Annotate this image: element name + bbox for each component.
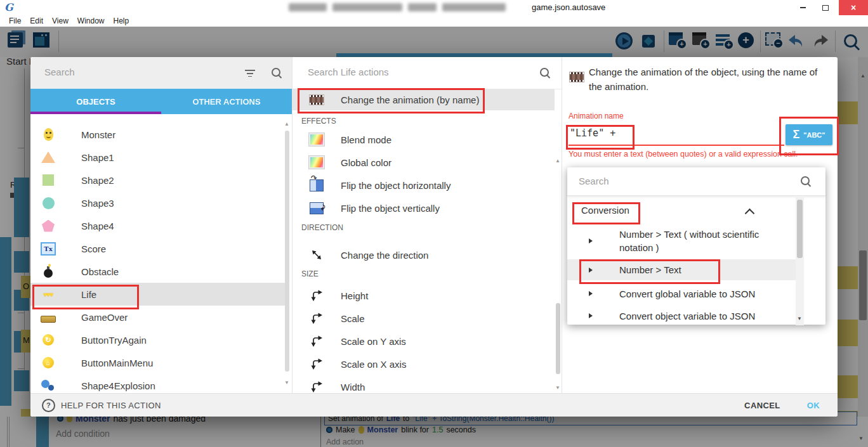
home-button-icon <box>41 357 56 368</box>
menu-file[interactable]: File <box>9 16 21 25</box>
object-label: GameOver <box>81 312 128 323</box>
dropdown-item-number-text[interactable]: Number > Text <box>567 259 796 280</box>
action-description: Change the animation of the object, usin… <box>589 65 825 94</box>
scroll-up-icon[interactable]: ▲ <box>284 122 289 127</box>
scroll-up-icon[interactable]: ▲ <box>555 159 560 164</box>
triangle-right-icon <box>589 291 593 296</box>
list-item-monster[interactable]: Monster <box>30 123 286 146</box>
action-item-scale-y[interactable]: Scale on Y axis <box>293 330 555 353</box>
dropdown-item-number-text-nosci[interactable]: Number > Text ( without scientific notat… <box>567 226 796 256</box>
search-icon[interactable] <box>540 68 549 77</box>
menu-edit[interactable]: Edit <box>30 16 43 25</box>
expression-builder-button[interactable]: Σ "ABC" <box>786 124 832 145</box>
menu-help[interactable]: Help <box>114 16 129 25</box>
search-icon[interactable] <box>801 176 810 185</box>
scroll-down-icon[interactable]: ▼ <box>555 385 560 391</box>
animation-name-field <box>569 122 784 146</box>
scrollbar-thumb[interactable] <box>556 303 560 374</box>
object-label: Obstacle <box>81 266 119 277</box>
list-item-life[interactable]: Life <box>30 283 286 306</box>
item-label: Convert object variable to JSON <box>619 311 755 321</box>
group-label: Conversion <box>581 205 629 216</box>
chevron-up-icon[interactable] <box>745 209 755 219</box>
dropdown-group-conversion[interactable]: Conversion <box>581 205 629 216</box>
title-bar: game.json.autosave × <box>0 0 868 15</box>
text-object-icon <box>41 242 56 256</box>
list-item-obstacle[interactable]: Obstacle <box>30 260 286 283</box>
film-icon <box>570 72 584 82</box>
object-label: Shape1 <box>81 152 114 163</box>
actions-list: Change the animation (by name) EFFECTS B… <box>292 89 562 393</box>
action-item-change-direction[interactable]: Change the direction <box>293 243 555 266</box>
action-item-flip-horizontal[interactable]: Flip the object horizontally <box>293 174 555 197</box>
object-label: Shape4Explosion <box>81 380 155 391</box>
action-label: Scale on Y axis <box>341 336 406 347</box>
objects-search-input[interactable] <box>43 66 204 78</box>
scrollbar-thumb[interactable] <box>797 200 803 258</box>
action-label: Height <box>341 290 368 301</box>
dropdown-search-input[interactable] <box>577 175 770 187</box>
minimize-button[interactable] <box>792 0 813 15</box>
close-button[interactable]: × <box>839 0 868 15</box>
item-label: Convert global variable to JSON <box>619 288 755 299</box>
action-label: Scale <box>341 313 365 324</box>
object-label: Monster <box>81 129 115 140</box>
object-label: Score <box>81 243 106 254</box>
scroll-down-icon[interactable]: ▼ <box>284 380 289 385</box>
list-item-score[interactable]: Score <box>30 237 286 260</box>
validation-error: You must enter a text (between quotes) o… <box>569 150 817 159</box>
resize-icon <box>309 335 324 347</box>
list-item-shape4[interactable]: Shape4 <box>30 214 286 237</box>
search-icon[interactable] <box>272 68 280 77</box>
action-item-width[interactable]: Width <box>293 375 555 393</box>
list-item-buttontryagain[interactable]: ButtonTryAgain <box>30 328 286 351</box>
actions-search-input[interactable] <box>306 66 499 78</box>
tab-other-actions[interactable]: OTHER ACTIONS <box>161 89 292 114</box>
action-detail-panel: Change the animation of the object, usin… <box>562 57 838 393</box>
help-link[interactable]: HELP FOR THIS ACTION <box>42 399 161 412</box>
section-header-direction: DIRECTION <box>301 223 343 232</box>
action-label: Flip the object vertically <box>341 203 440 214</box>
object-label: Shape4 <box>81 221 114 231</box>
list-item-buttonmainmenu[interactable]: ButtonMainMenu <box>30 351 286 374</box>
field-label: Animation name <box>569 112 624 120</box>
scroll-down-icon[interactable]: ▼ <box>797 316 802 321</box>
dropdown-search-bar <box>567 167 825 196</box>
menu-window[interactable]: Window <box>77 16 105 25</box>
list-item-shape2[interactable]: Shape2 <box>30 169 286 191</box>
triangle-right-icon <box>589 238 593 243</box>
maximize-button[interactable] <box>815 0 836 15</box>
object-label: Shape2 <box>81 175 114 186</box>
ok-button[interactable]: OK <box>807 401 820 410</box>
resize-icon <box>309 289 324 302</box>
banner-icon <box>41 312 56 323</box>
dropdown-item-global-json[interactable]: Convert global variable to JSON <box>567 283 796 304</box>
action-item-scale[interactable]: Scale <box>293 307 555 330</box>
dropdown-scrollbar[interactable]: ▼ <box>796 196 804 325</box>
objects-list: Monster Shape1 Shape2 Shape3 Shape4 Scor… <box>30 114 292 393</box>
action-item-height[interactable]: Height <box>293 284 555 307</box>
menu-view[interactable]: View <box>52 16 69 25</box>
film-icon <box>309 95 324 105</box>
minimize-icon <box>800 7 806 8</box>
scrollbar-thumb[interactable] <box>285 131 289 372</box>
list-item-shape4explosion[interactable]: Shape4Explosion <box>30 374 286 393</box>
cancel-button[interactable]: CANCEL <box>744 401 780 410</box>
list-item-shape1[interactable]: Shape1 <box>30 146 286 169</box>
maximize-icon <box>822 5 829 11</box>
sigma-icon: Σ <box>792 128 799 141</box>
dropdown-list: Conversion Number > Text ( without scien… <box>567 196 825 325</box>
tab-objects[interactable]: OBJECTS <box>30 89 161 114</box>
action-item-global-color[interactable]: Global color <box>293 151 555 174</box>
list-item-shape3[interactable]: Shape3 <box>30 191 286 214</box>
object-tabs: OBJECTS OTHER ACTIONS <box>30 89 292 114</box>
action-item-flip-vertical[interactable]: Flip the object vertically <box>293 197 555 219</box>
gdevelop-logo-icon <box>4 1 13 13</box>
filter-icon[interactable] <box>245 69 255 77</box>
action-item-change-animation[interactable]: Change the animation (by name) <box>293 89 555 110</box>
action-item-scale-x[interactable]: Scale on X axis <box>293 353 555 375</box>
animation-name-input[interactable] <box>569 127 774 139</box>
list-item-gameover[interactable]: GameOver <box>30 306 286 328</box>
action-item-blend-mode[interactable]: Blend mode <box>293 128 555 151</box>
dropdown-item-object-json[interactable]: Convert object variable to JSON <box>567 306 796 325</box>
